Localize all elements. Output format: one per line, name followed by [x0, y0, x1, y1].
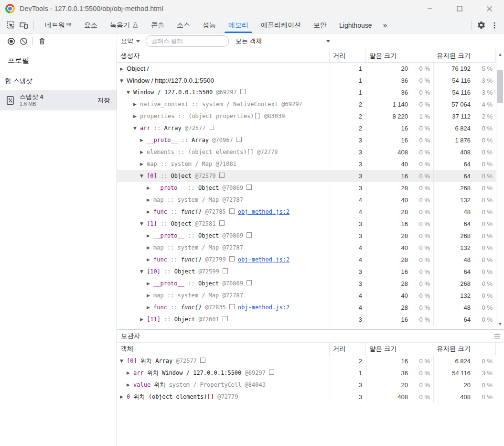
heap-row[interactable]: ▶native_context :: system / NativeContex… [117, 98, 496, 110]
settings-button[interactable] [474, 19, 488, 32]
heap-row[interactable]: ▼[0] :: Object @725793160 %640 % [117, 170, 496, 182]
clear-profiles-button[interactable] [17, 35, 30, 47]
retainer-row[interactable]: ▼[0] 위치 Array @725772160 %6 8240 % [117, 355, 496, 367]
expand-arrow-icon[interactable]: ▶ [147, 182, 153, 194]
reveal-icon[interactable] [229, 208, 235, 214]
reveal-icon[interactable] [223, 268, 228, 273]
expand-arrow-icon[interactable]: ▶ [147, 254, 153, 266]
collapse-arrow-icon[interactable]: ▼ [140, 170, 147, 182]
close-button[interactable] [474, 0, 504, 17]
expand-arrow-icon[interactable]: ▶ [127, 379, 133, 391]
heap-row[interactable]: ▶__proto__ :: Array @709673160 %1 8760 % [117, 134, 496, 146]
column-distance[interactable]: 거리 [329, 49, 365, 62]
collapse-arrow-icon[interactable]: ▼ [120, 75, 127, 87]
heap-row[interactable]: ▶__proto__ :: Object @708693280 %2680 % [117, 230, 496, 242]
column-constructor[interactable]: 생성자 [117, 49, 329, 62]
expand-arrow-icon[interactable]: ▶ [147, 230, 153, 242]
tab-performance[interactable]: 성능 [196, 17, 222, 33]
expand-arrow-icon[interactable]: ▶ [147, 206, 153, 218]
reveal-icon[interactable] [236, 137, 242, 142]
tab-security[interactable]: 보안 [307, 17, 333, 33]
object-scope-select[interactable]: 모든 객체 [236, 37, 330, 45]
scroll-down-button[interactable]: ▼ [496, 320, 504, 328]
collapse-arrow-icon[interactable]: ▼ [127, 87, 133, 98]
tab-memory[interactable]: 메모리 [222, 17, 255, 33]
heap-row[interactable]: ▶map :: system / Map @727874400 %1320 % [117, 290, 496, 302]
collapse-arrow-icon[interactable]: ▼ [120, 355, 127, 367]
expand-arrow-icon[interactable]: ▶ [133, 98, 140, 110]
toggle-device-toolbar-button[interactable] [17, 19, 31, 32]
inspect-element-button[interactable] [4, 19, 17, 32]
reveal-icon[interactable] [229, 304, 235, 309]
heap-row[interactable]: ▼[10] :: Object @725993160 %640 % [117, 266, 496, 278]
tab-application[interactable]: 애플리케이션 [255, 17, 307, 33]
scrollbar-thumb[interactable] [497, 70, 503, 103]
expand-arrow-icon[interactable]: ▶ [147, 194, 153, 206]
expand-arrow-icon[interactable]: ▶ [140, 314, 147, 326]
heap-row[interactable]: ▶Object /1200 %76 1925 % [117, 63, 496, 75]
snapshot-list-item[interactable]: 스냅샷 4 1.6 MB 저장 [0, 90, 117, 110]
expand-arrow-icon[interactable]: ▶ [140, 146, 147, 158]
reveal-icon[interactable] [209, 125, 214, 130]
collapse-arrow-icon[interactable]: ▼ [133, 122, 140, 134]
heap-row[interactable]: ▶__proto__ :: Object @708693280 %2680 % [117, 278, 496, 290]
retainer-row[interactable]: ▶value 위치 system / PropertyCell @8404332… [117, 379, 496, 391]
reveal-icon[interactable] [247, 232, 252, 238]
tab-recorder[interactable]: 녹음기 [104, 17, 145, 33]
heap-row[interactable]: ▶func :: func() @72785obj-method.js:2428… [117, 206, 496, 218]
collapse-arrow-icon[interactable]: ▼ [140, 218, 147, 230]
vertical-scrollbar[interactable]: ▲ ▼ [496, 49, 504, 329]
heap-row[interactable]: ▶func :: func() @72835obj-method.js:2428… [117, 302, 496, 314]
retainer-row[interactable]: ▶0 위치 (object elements)[] @7277934080 %4… [117, 391, 496, 403]
heap-row[interactable]: ▼Window / 127.0.0.1:5500 @692971360 %54 … [117, 87, 496, 98]
column-shallow-size[interactable]: 얕은 크기 [365, 49, 433, 62]
heap-row[interactable]: ▶map :: system / Map @727874400 %1320 % [117, 194, 496, 206]
source-link[interactable]: obj-method.js:2 [238, 208, 290, 215]
tab-lighthouse[interactable]: Lighthouse [333, 17, 378, 33]
customize-devtools-button[interactable] [488, 19, 501, 32]
heap-row[interactable]: ▶func :: func() @72799obj-method.js:2428… [117, 254, 496, 266]
tab-sources[interactable]: 소스 [171, 17, 196, 33]
scroll-up-button[interactable]: ▲ [496, 51, 504, 58]
column-retained-size[interactable]: 유지된 크기 [433, 49, 495, 62]
heap-row[interactable]: ▼[1] :: Object @725813160 %640 % [117, 218, 496, 230]
expand-arrow-icon[interactable]: ▶ [133, 110, 140, 122]
delete-profile-button[interactable] [36, 35, 48, 47]
reveal-icon[interactable] [219, 220, 225, 226]
heap-row[interactable]: ▶map :: system / Map @710813400 %640 % [117, 158, 496, 170]
expand-arrow-icon[interactable]: ▶ [147, 302, 153, 314]
take-snapshot-button[interactable] [5, 35, 17, 47]
reveal-icon[interactable] [247, 280, 252, 285]
reveal-icon[interactable] [219, 173, 225, 178]
heap-row[interactable]: ▶elements :: (object elements)[] @727793… [117, 146, 496, 158]
heap-row[interactable]: ▶[11] :: Object @726013160 %640 % [117, 314, 496, 326]
class-filter-input[interactable] [146, 35, 229, 47]
tab-network[interactable]: 네트워크 [39, 17, 78, 33]
reveal-icon[interactable] [247, 185, 252, 190]
reveal-icon[interactable] [200, 358, 205, 363]
tab-elements[interactable]: 요소 [78, 17, 104, 33]
collapse-arrow-icon[interactable]: ▼ [140, 266, 147, 278]
source-link[interactable]: obj-method.js:2 [238, 304, 290, 311]
heap-row[interactable]: ▶map :: system / Map @727874400 %1320 % [117, 242, 496, 254]
minimize-button[interactable] [415, 0, 445, 17]
heap-row[interactable]: ▼Window / http://127.0.0.1:55001360 %54 … [117, 75, 496, 87]
reveal-icon[interactable] [240, 89, 246, 94]
reveal-icon[interactable] [223, 316, 228, 321]
save-snapshot-link[interactable]: 저장 [97, 96, 110, 105]
column-shallow-size[interactable]: 얕은 크기 [365, 343, 433, 355]
source-link[interactable]: obj-method.js:2 [238, 256, 290, 263]
expand-arrow-icon[interactable]: ▶ [127, 367, 133, 379]
perspective-select[interactable]: 요약 [121, 37, 140, 45]
column-retained-size[interactable]: 유지된 크기 [433, 343, 495, 355]
retainers-menu-icon[interactable] [494, 334, 500, 339]
reveal-icon[interactable] [229, 256, 235, 261]
expand-arrow-icon[interactable]: ▶ [147, 242, 153, 254]
expand-arrow-icon[interactable]: ▶ [140, 134, 147, 146]
expand-arrow-icon[interactable]: ▶ [140, 158, 147, 170]
heap-row[interactable]: ▼arr :: Array @725772160 %6 8240 % [117, 122, 496, 134]
column-object[interactable]: 객체 [117, 343, 329, 355]
maximize-button[interactable] [445, 0, 474, 17]
expand-arrow-icon[interactable]: ▶ [120, 63, 127, 75]
tab-console[interactable]: 콘솔 [145, 17, 171, 33]
